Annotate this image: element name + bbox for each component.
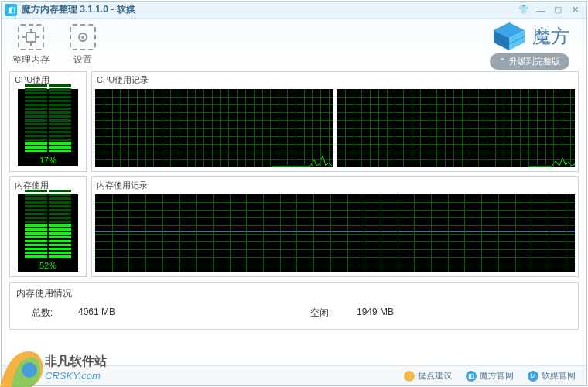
mem-percent: 52% [18,261,78,270]
cpu-usage-panel: CPU使用 17% [9,71,87,172]
defrag-label: 整理内存 [12,53,50,67]
defrag-memory-button[interactable]: 整理内存 [12,24,50,67]
total-value: 4061 MB [78,307,171,320]
cube-icon [491,21,528,52]
chip-icon [18,24,44,50]
brand-text: 魔方 [532,24,569,49]
cpu-history-label: CPU使用记录 [92,72,578,87]
brand-area: 魔方 ⌃ 升级到完整版 [490,21,569,70]
gear-icon [70,24,96,50]
info-title: 内存使用情况 [16,287,572,300]
suggest-link[interactable]: ! 提点建议 [404,370,452,382]
toolbar: 整理内存 设置 魔方 ⌃ 升级到完整版 [2,19,586,71]
app-icon: ◧ [5,4,17,16]
ruanmei-site-link[interactable]: M 软媒官网 [528,370,576,382]
mem-graph [95,194,575,272]
settings-label: 设置 [74,53,92,67]
cpu-percent: 17% [18,156,78,165]
m-icon: M [528,371,538,382]
mem-info-panel: 内存使用情况 总数: 4061 MB 空闲: 1949 MB [9,282,579,330]
close-button[interactable]: ✕ [566,4,583,16]
mofang-site-link[interactable]: ◧ 魔方官网 [466,370,514,382]
upgrade-button[interactable]: ⌃ 升级到完整版 [490,53,569,70]
maximize-button[interactable]: ▢ [549,4,566,16]
mem-gauge: 52% [18,194,78,272]
mem-usage-panel: 内存使用 52% [9,176,87,277]
cpu-graph-2 [337,89,575,167]
titlebar: ◧ 魔方内存整理 3.1.1.0 - 软媒 👕 — ▢ ✕ [2,2,586,19]
svg-rect-0 [26,33,36,42]
svg-point-6 [81,36,84,39]
cpu-graph-1 [95,89,333,167]
upgrade-label: 升级到完整版 [509,56,560,67]
lightbulb-icon: ! [404,371,415,382]
mem-history-panel: 内存使用记录 [91,176,579,277]
statusbar: ! 提点建议 ◧ 魔方官网 M 软媒官网 [2,365,586,385]
free-value: 1949 MB [357,307,450,320]
settings-button[interactable]: 设置 [70,24,96,67]
cpu-history-panel: CPU使用记录 [91,71,579,172]
mem-history-label: 内存使用记录 [92,177,578,193]
content-area: CPU使用 17% CPU使用记录 [2,71,586,365]
minimize-button[interactable]: — [532,4,549,16]
app-window: ◧ 魔方内存整理 3.1.1.0 - 软媒 👕 — ▢ ✕ 整理内存 设置 [1,1,587,386]
tshirt-icon[interactable]: 👕 [515,4,532,16]
chevron-up-icon: ⌃ [499,57,506,67]
window-title: 魔方内存整理 3.1.1.0 - 软媒 [22,3,135,16]
free-label: 空闲: [310,307,357,320]
total-label: 总数: [32,307,78,320]
cube-mini-icon: ◧ [466,371,477,382]
cpu-gauge: 17% [18,89,78,166]
